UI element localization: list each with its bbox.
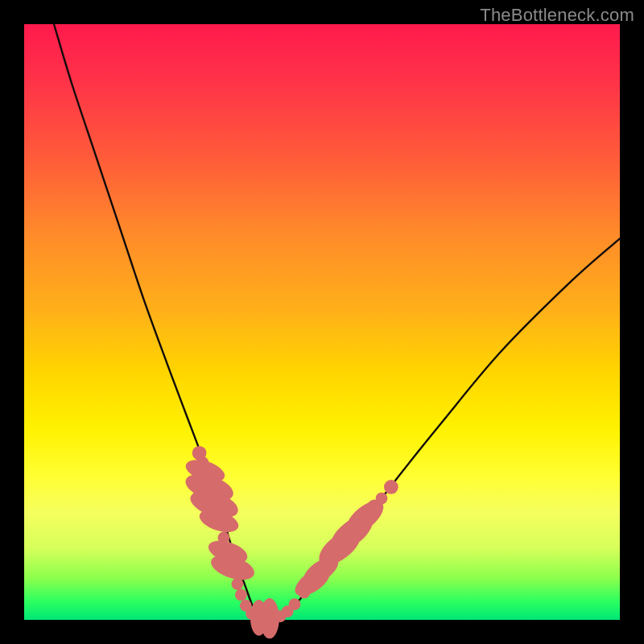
bead	[289, 598, 301, 610]
bead	[384, 480, 398, 494]
chart-frame: TheBottleneck.com	[0, 0, 644, 644]
plot-area	[24, 24, 620, 620]
highlight-beads	[182, 446, 398, 638]
bead	[235, 589, 247, 601]
bead	[232, 578, 244, 590]
watermark-text: TheBottleneck.com	[480, 5, 634, 26]
bead	[376, 493, 388, 505]
curve-svg	[24, 24, 620, 620]
